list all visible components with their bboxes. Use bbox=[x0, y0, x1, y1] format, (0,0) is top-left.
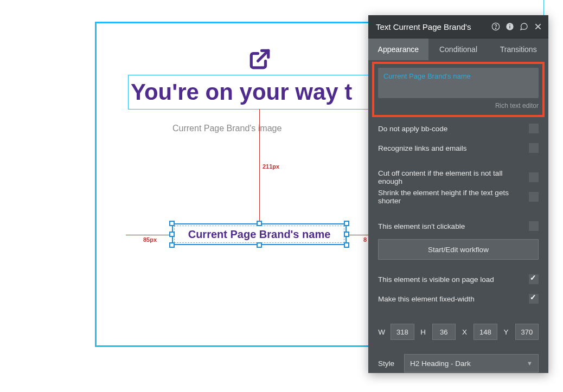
checkbox-recognize-links[interactable] bbox=[529, 143, 539, 153]
tab-appearance[interactable]: Appearance bbox=[368, 38, 428, 60]
comment-icon[interactable] bbox=[519, 22, 529, 31]
text-content-editor[interactable]: Current Page Brand's name bbox=[378, 68, 539, 98]
checkbox-shrink[interactable] bbox=[529, 192, 539, 202]
svg-rect-3 bbox=[509, 26, 510, 29]
option-recognize-links-label: Recognize links and emails bbox=[378, 144, 467, 152]
measure-left-line bbox=[126, 235, 172, 235]
style-select[interactable]: H2 Heading - Dark ▼ bbox=[404, 354, 539, 372]
resize-handle-ml[interactable] bbox=[169, 232, 175, 237]
selected-text-content: Current Page Brand's name bbox=[188, 228, 331, 241]
style-label: Style bbox=[378, 359, 396, 368]
close-icon[interactable] bbox=[533, 22, 543, 31]
panel-body: Current Page Brand's name Rich text edit… bbox=[368, 60, 548, 374]
measure-left-label: 85px bbox=[143, 236, 157, 243]
option-fixed-width-label: Make this element fixed-width bbox=[378, 295, 475, 303]
chevron-down-icon: ▼ bbox=[527, 360, 533, 367]
panel-header[interactable]: Text Current Page Brand's bbox=[368, 15, 548, 38]
resize-handle-tr[interactable] bbox=[344, 221, 349, 226]
checkbox-not-clickable[interactable] bbox=[529, 221, 539, 231]
rich-text-editor-link[interactable]: Rich text editor bbox=[495, 102, 539, 110]
resize-handle-mr[interactable] bbox=[344, 232, 349, 237]
option-cut-off-label: Cut off content if the element is not ta… bbox=[378, 169, 529, 185]
selected-text-element[interactable]: Current Page Brand's name bbox=[172, 223, 347, 245]
h-label: H bbox=[420, 328, 427, 336]
option-shrink: Shrink the element height if the text ge… bbox=[368, 187, 548, 207]
option-visible-on-load: This element is visible on page load bbox=[368, 269, 548, 289]
start-edit-workflow-button[interactable]: Start/Edit workflow bbox=[378, 239, 539, 260]
resize-handle-bm[interactable] bbox=[257, 242, 262, 248]
option-no-bbcode-label: Do not apply bb-code bbox=[378, 125, 447, 133]
w-label: W bbox=[378, 328, 385, 336]
measure-vertical-label: 211px bbox=[263, 163, 279, 170]
resize-handle-br[interactable] bbox=[344, 242, 349, 248]
style-links: Edit style Remove style bbox=[368, 372, 548, 374]
option-fixed-width: Make this element fixed-width bbox=[368, 289, 548, 309]
y-input[interactable]: 370 bbox=[515, 324, 539, 340]
svg-rect-4 bbox=[509, 24, 510, 25]
panel-tabs: Appearance Conditional Transitions bbox=[368, 38, 548, 60]
measure-right-label: 8 bbox=[363, 236, 367, 243]
option-recognize-links: Recognize links and emails bbox=[368, 138, 548, 158]
style-row: Style H2 Heading - Dark ▼ bbox=[368, 351, 548, 372]
resize-handle-tl[interactable] bbox=[169, 221, 175, 226]
measure-right-line bbox=[347, 235, 370, 235]
tab-transitions[interactable]: Transitions bbox=[488, 38, 548, 60]
panel-title: Text Current Page Brand's bbox=[376, 22, 491, 31]
external-link-icon bbox=[248, 48, 271, 70]
help-icon[interactable] bbox=[491, 22, 501, 31]
resize-handle-bl[interactable] bbox=[169, 242, 175, 248]
width-input[interactable]: 318 bbox=[391, 324, 414, 340]
heading-text: You're on your way t bbox=[129, 79, 352, 105]
text-content-value: Current Page Brand's name bbox=[383, 72, 471, 80]
tab-conditional[interactable]: Conditional bbox=[428, 38, 489, 60]
option-no-bbcode: Do not apply bb-code bbox=[368, 119, 548, 138]
style-select-value: H2 Heading - Dark bbox=[410, 359, 471, 368]
heading-element[interactable]: You're on your way t bbox=[128, 75, 400, 110]
option-shrink-label: Shrink the element height if the text ge… bbox=[378, 189, 529, 205]
resize-handle-tm[interactable] bbox=[257, 221, 262, 226]
dimensions-row: W 318 H 36 X 148 Y 370 bbox=[368, 318, 548, 340]
checkbox-fixed-width[interactable] bbox=[529, 294, 539, 304]
checkbox-visible-on-load[interactable] bbox=[529, 274, 539, 284]
brand-image-placeholder[interactable]: Current Page Brand's image bbox=[172, 124, 282, 133]
svg-point-1 bbox=[495, 28, 496, 29]
y-label: Y bbox=[503, 328, 510, 336]
measure-vertical-line bbox=[259, 109, 260, 223]
checkbox-no-bbcode[interactable] bbox=[529, 124, 539, 133]
selection-inner: Current Page Brand's name bbox=[174, 226, 344, 243]
property-panel: Text Current Page Brand's Appearance Con… bbox=[368, 15, 548, 373]
option-not-clickable: This element isn't clickable bbox=[368, 216, 548, 236]
option-not-clickable-label: This element isn't clickable bbox=[378, 222, 465, 230]
info-icon[interactable] bbox=[505, 22, 515, 31]
option-visible-on-load-label: This element is visible on page load bbox=[378, 275, 494, 284]
checkbox-cut-off[interactable] bbox=[529, 172, 539, 182]
x-label: X bbox=[461, 328, 468, 336]
height-input[interactable]: 36 bbox=[432, 324, 456, 340]
x-input[interactable]: 148 bbox=[474, 324, 497, 340]
option-cut-off: Cut off content if the element is not ta… bbox=[368, 168, 548, 187]
